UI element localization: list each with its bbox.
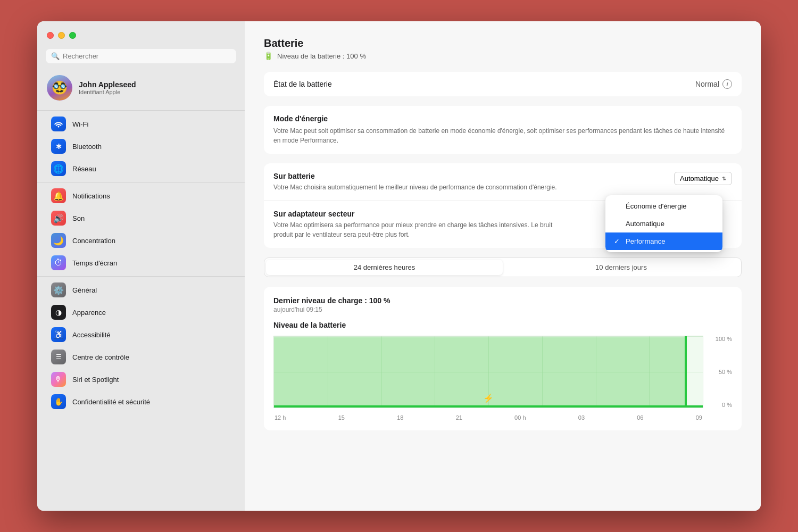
maximize-button[interactable] [69,32,76,39]
sidebar-item-apparence[interactable]: ◑ Apparence [41,301,240,323]
chart-title: Niveau de la batterie [273,321,732,329]
minimize-button[interactable] [58,32,65,39]
search-box[interactable]: 🔍 [46,49,236,63]
x-label-4: 00 h [514,414,526,421]
x-label-5: 03 [578,414,585,421]
user-info: John Appleseed Identifiant Apple [79,80,136,95]
avatar: 🥸 [47,75,72,101]
mode-section: Mode d'énergie Votre Mac peut soit optim… [264,106,742,154]
general-icon: ⚙️ [51,282,66,297]
sidebar-item-confidentialite[interactable]: ✋ Confidentialité et sécurité [41,390,240,413]
etat-card: État de la batterie Normal i [264,72,742,96]
sidebar-item-reseau[interactable]: 🌐 Réseau [41,157,240,180]
sidebar-item-accessibilite[interactable]: ♿ Accessibilité [41,323,240,346]
sur-adaptateur-left: Sur adaptateur secteur Votre Mac optimis… [273,210,571,239]
dropdown-item-economie[interactable]: Économie d'énergie [605,197,722,215]
sidebar-item-notifications[interactable]: 🔔 Notifications [41,185,240,207]
dropdown-item-performance[interactable]: ✓ Performance [605,232,722,250]
sur-batterie-desc: Votre Mac choisira automatiquement le me… [273,182,557,192]
sidebar-item-wifi[interactable]: Wi-Fi [41,113,240,135]
accessibilite-icon: ♿ [51,327,66,342]
search-input[interactable] [63,52,231,60]
sidebar-item-bluetooth[interactable]: ∗ Bluetooth [41,135,240,157]
sidebar-item-son[interactable]: 🔊 Son [41,207,240,229]
sidebar-label-siri: Siri et Spotlight [72,376,119,384]
chart-area: 100 % 50 % 0 % [273,336,732,421]
x-label-6: 06 [637,414,643,421]
concentration-icon: 🌙 [51,233,66,248]
mode-title: Mode d'énergie [273,114,732,123]
sidebar-label-concentration: Concentration [72,237,115,245]
sidebar-item-general[interactable]: ⚙️ Général [41,279,240,301]
user-subtitle: Identifiant Apple [79,89,136,95]
reseau-icon: 🌐 [51,161,66,176]
page-title: Batterie [264,37,742,49]
notifications-icon: 🔔 [51,188,66,203]
sidebar-item-siri[interactable]: 🎙 Siri et Spotlight [41,368,240,390]
info-button[interactable]: i [722,79,732,89]
x-label-2: 18 [397,414,403,421]
etat-label: État de la batterie [273,80,332,88]
confidentialite-icon: ✋ [51,394,66,409]
chart-section: Dernier niveau de charge : 100 % aujourd… [264,287,742,430]
page-header: Batterie 🔋 Niveau de la batterie : 100 % [264,37,742,60]
check-mark-icon: ✓ [614,237,621,245]
sidebar-label-centre: Centre de contrôle [72,353,129,361]
user-row[interactable]: 🥸 John Appleseed Identifiant Apple [37,71,245,108]
battery-level-text: Niveau de la batterie : 100 % [277,52,366,60]
sur-batterie-row: Sur batterie Votre Mac choisira automati… [264,163,742,201]
sur-batterie-title: Sur batterie [273,172,557,180]
sidebar-label-son: Son [72,214,85,222]
battery-level-row: 🔋 Niveau de la batterie : 100 % [264,52,742,60]
chart-baseline [274,405,703,408]
last-charge-time: aujourd'hui 09:15 [273,306,732,313]
sur-adaptateur-title: Sur adaptateur secteur [273,210,571,218]
son-icon: 🔊 [51,211,66,226]
sidebar-label-notifications: Notifications [72,192,110,200]
user-name: John Appleseed [79,80,136,89]
divider-1 [37,110,245,111]
x-label-7: 09 [696,414,702,421]
sidebar: 🔍 🥸 John Appleseed Identifiant Apple Wi-… [37,21,245,511]
sidebar-label-accessibilite: Accessibilité [72,331,111,339]
battery-settings-card: Sur batterie Votre Mac choisira automati… [264,163,742,248]
chart-y-labels: 100 % 50 % 0 % [706,336,732,408]
titlebar [37,21,245,49]
battery-icon: 🔋 [264,52,273,60]
sidebar-item-temps[interactable]: ⏱ Temps d'écran [41,252,240,274]
sidebar-label-reseau: Réseau [72,165,96,173]
sidebar-label-bluetooth: Bluetooth [72,143,102,151]
chart-x-labels: 12 h 15 18 21 00 h 03 06 09 [273,414,703,421]
lightning-icon: ⚡ [483,393,494,403]
main-content: Batterie 🔋 Niveau de la batterie : 100 %… [245,21,761,511]
x-label-1: 15 [338,414,345,421]
x-label-3: 21 [456,414,462,421]
charge-indicator [685,336,687,408]
search-icon: 🔍 [51,52,60,60]
sidebar-item-centre[interactable]: ☰ Centre de contrôle [41,346,240,368]
close-button[interactable] [47,32,54,39]
etat-row: État de la batterie Normal i [264,72,742,96]
wifi-icon [51,117,66,131]
sidebar-item-concentration[interactable]: 🌙 Concentration [41,229,240,252]
chevron-up-down-icon: ⇅ [722,176,726,181]
sur-adaptateur-desc: Votre Mac optimisera sa performance pour… [273,220,571,239]
tab-24h[interactable]: 24 dernières heures [266,260,503,275]
tab-10d[interactable]: 10 derniers jours [503,260,739,275]
sur-batterie-dropdown[interactable]: Automatique ⇅ [674,172,732,185]
time-tabs: 24 dernières heures 10 derniers jours [264,257,742,277]
sidebar-label-general: Général [72,286,97,294]
dropdown-menu: Économie d'énergie Automatique ✓ Perform… [605,195,722,252]
sidebar-label-apparence: Apparence [72,309,106,317]
apparence-icon: ◑ [51,305,66,320]
dropdown-item-automatique[interactable]: Automatique [605,215,722,232]
sidebar-label-wifi: Wi-Fi [72,120,88,128]
y-label-100: 100 % [716,336,732,342]
x-label-0: 12 h [275,414,286,421]
siri-icon: 🎙 [51,372,66,387]
sur-batterie-left: Sur batterie Votre Mac choisira automati… [273,172,557,192]
chart-inner: ⚡ [273,336,703,408]
etat-value: Normal i [695,79,732,89]
chart-fill [274,337,686,408]
divider-3 [37,276,245,277]
